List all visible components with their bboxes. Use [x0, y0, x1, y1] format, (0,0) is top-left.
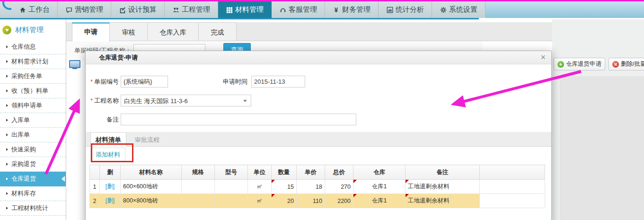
tab-review[interactable]: 审核	[110, 22, 148, 41]
sidebar-item-picking-request[interactable]: 领料申请单	[0, 98, 66, 113]
caret-right-icon	[6, 177, 8, 180]
users-icon	[172, 6, 179, 13]
delete-row-link[interactable]: [删]	[106, 183, 115, 190]
dialog-title: 仓库退货-申请	[99, 51, 138, 64]
annotation-top-line	[0, 0, 644, 1]
project-name-value: 白先生 海天国际 11-3-6	[124, 97, 188, 105]
col-model: 型号	[215, 165, 248, 180]
nav-tab-design-budget[interactable]: 设计预算	[111, 1, 165, 18]
caret-right-icon	[6, 133, 8, 136]
sidebar-item-label: 收（预）料单	[11, 87, 48, 95]
sidebar-item-label: 出库单	[11, 131, 30, 139]
col-warehouse: 仓库	[353, 165, 406, 180]
cell-warehouse[interactable]: 仓库1	[353, 180, 406, 194]
apply-date-field[interactable]	[251, 76, 305, 88]
cell-model[interactable]	[215, 180, 248, 194]
sidebar-item-label: 工程材料统计	[11, 204, 48, 212]
cell-warehouse[interactable]: 仓库1	[353, 194, 406, 208]
col-quantity: 数量	[272, 165, 297, 180]
table-row-selected: 2 [删] 800×800地砖 ㎡ 20 110 2200 仓库1 工地退剩余材…	[90, 194, 545, 208]
tab-warehouse-inbound[interactable]: 仓库入库	[148, 22, 199, 41]
sidebar: 材料管理 仓库信息 材料需求计划 采购任务单 收（预）料单 领料申请单 入库单 …	[0, 19, 66, 220]
delete-batch-button[interactable]: ✕ 删除/批量	[609, 58, 644, 70]
nav-tab-marketing[interactable]: 营销管理	[58, 1, 111, 18]
remark-field[interactable]	[121, 114, 356, 125]
material-table: 删 材料名称 规格 型号 单位 数量 单价 总价 仓库 备注	[89, 165, 545, 208]
cell-unit-price[interactable]: 110	[297, 194, 325, 208]
nav-tab-customer-service[interactable]: 客服管理	[272, 1, 325, 18]
home-icon	[19, 6, 26, 13]
cell-total-price[interactable]: 2200	[325, 194, 353, 208]
sidebar-header[interactable]: 材料管理	[0, 19, 66, 40]
grid-icon	[226, 6, 233, 13]
cell-remark[interactable]: 工地退剩余材料	[406, 180, 480, 194]
navbar-underline	[0, 18, 479, 19]
sidebar-item-label: 仓库信息	[11, 43, 36, 51]
cell-filler	[480, 180, 545, 194]
nav-tab-label: 工作台	[28, 5, 50, 14]
sidebar-item-material-demand-plan[interactable]: 材料需求计划	[0, 54, 66, 69]
nav-tab-label: 设计预算	[128, 5, 157, 14]
cell-model[interactable]	[215, 194, 248, 208]
cell-unit[interactable]: ㎡	[248, 180, 272, 194]
nav-tab-label: 财务管理	[342, 5, 371, 14]
caret-right-icon	[6, 163, 8, 166]
sidebar-item-outbound[interactable]: 出库单	[0, 128, 66, 142]
cell-remark[interactable]: 工地退剩余材料	[406, 194, 480, 208]
delete-row-link[interactable]: [删]	[106, 197, 115, 204]
sidebar-title: 材料管理	[15, 26, 44, 35]
warehouse-return-apply-dialog: 仓库退货-申请 × *单据编号 申请时间 *工程名称 白先生 海天国际 11-3…	[85, 51, 552, 220]
nav-tab-material[interactable]: 材料管理	[218, 1, 272, 18]
sidebar-item-project-material-stats[interactable]: 工程材料统计	[0, 201, 66, 216]
cell-unit-price[interactable]: 18	[297, 180, 325, 194]
tab-apply[interactable]: 申请	[72, 22, 110, 42]
sidebar-item-warehouse-return[interactable]: 仓库退货	[0, 172, 66, 186]
cell-spec[interactable]	[182, 180, 215, 194]
cell-quantity[interactable]: 15	[272, 180, 297, 194]
sidebar-item-label: 材料库存	[11, 189, 36, 198]
col-spec: 规格	[182, 165, 215, 180]
sidebar-item-warehouse-info[interactable]: 仓库信息	[0, 40, 66, 54]
cell-unit[interactable]: ㎡	[248, 194, 272, 208]
caret-right-icon	[6, 75, 8, 78]
nav-tab-label: 工程管理	[182, 5, 210, 14]
sidebar-item-label: 入库单	[11, 116, 30, 124]
right-panel: + 仓库退货申请 ✕ 删除/批量	[552, 19, 644, 220]
cell-quantity[interactable]: 20	[272, 194, 297, 208]
sidebar-item-receive-slip[interactable]: 收（预）料单	[0, 84, 66, 98]
warehouse-return-apply-button[interactable]: + 仓库退货申请	[554, 58, 605, 70]
tab-approval-flow[interactable]: 审批流程	[129, 133, 165, 147]
doc-no-field[interactable]	[121, 76, 168, 88]
caret-right-icon	[6, 60, 8, 63]
tab-complete[interactable]: 完成	[199, 22, 237, 41]
nav-tab-statistics[interactable]: 统计分析	[379, 1, 432, 18]
sidebar-item-inbound[interactable]: 入库单	[0, 113, 66, 128]
caret-right-icon	[6, 148, 8, 151]
dialog-header[interactable]: 仓库退货-申请 ×	[86, 51, 551, 64]
cell-material-name[interactable]: 600×600地砖	[121, 180, 182, 194]
nav-tab-project[interactable]: 工程管理	[165, 1, 218, 18]
navbar-sky-filler	[485, 1, 644, 18]
cell-spec[interactable]	[182, 194, 215, 208]
col-total-price: 总价	[325, 165, 353, 180]
chat-icon	[65, 6, 72, 13]
table-row: 1 [删] 600×600地砖 ㎡ 15 18 270 仓库1 工地退剩余材料	[90, 180, 545, 194]
table-header-row: 删 材料名称 规格 型号 单位 数量 单价 总价 仓库 备注	[90, 165, 545, 180]
logo-arc-icon	[2, 1, 11, 10]
caret-right-icon	[6, 119, 8, 122]
sidebar-item-purchase-task[interactable]: 采购任务单	[0, 69, 66, 84]
sidebar-item-quick-purchase[interactable]: 快速采购	[0, 142, 66, 157]
sidebar-item-material-stock[interactable]: 材料库存	[0, 186, 66, 201]
nav-tab-finance[interactable]: ¥ 财务管理	[325, 1, 379, 18]
project-name-select[interactable]: 白先生 海天国际 11-3-6	[121, 95, 251, 106]
nav-tab-workbench[interactable]: 工作台	[11, 1, 58, 18]
col-remark: 备注	[406, 165, 480, 180]
sidebar-item-purchase-return[interactable]: 采购退货	[0, 157, 66, 172]
cell-total-price[interactable]: 270	[325, 180, 353, 194]
caret-right-icon	[6, 192, 8, 195]
col-unit: 单位	[248, 165, 272, 180]
cell-material-name[interactable]: 800×800地砖	[121, 194, 182, 208]
close-icon[interactable]: ×	[540, 52, 546, 62]
nav-tab-settings[interactable]: 系统设置	[432, 1, 485, 18]
chevron-down-icon	[5, 29, 9, 32]
